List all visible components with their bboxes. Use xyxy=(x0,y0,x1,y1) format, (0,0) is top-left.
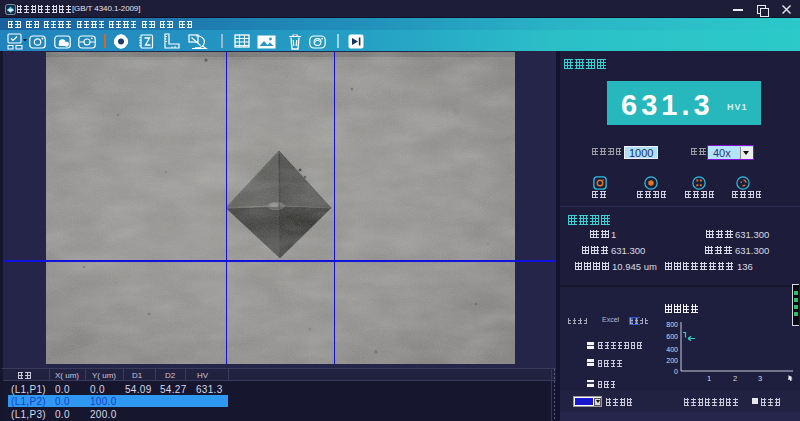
svg-text:3: 3 xyxy=(758,374,762,383)
svg-text:1: 1 xyxy=(707,374,711,383)
svg-text:0: 0 xyxy=(674,368,678,375)
svg-text:400: 400 xyxy=(666,346,678,353)
svg-text:800: 800 xyxy=(666,321,678,328)
svg-text:2: 2 xyxy=(733,374,737,383)
svg-text:200: 200 xyxy=(666,357,678,364)
svg-text:600: 600 xyxy=(666,333,678,340)
